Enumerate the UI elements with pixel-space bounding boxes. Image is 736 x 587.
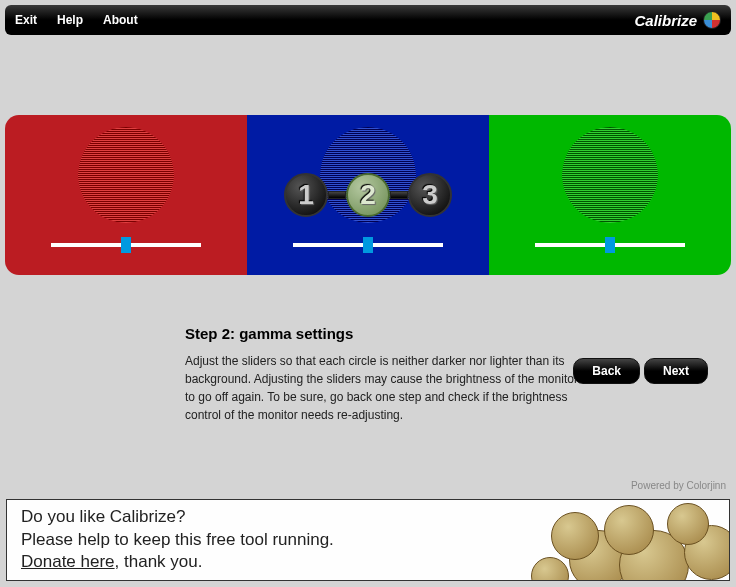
step-heading: Step 2: gamma settings bbox=[185, 325, 585, 342]
step-indicator: 1 2 3 bbox=[284, 173, 452, 217]
main-area: 1 2 3 Back Ne bbox=[0, 115, 736, 424]
footer-line2: Please help to keep this free tool runni… bbox=[21, 529, 334, 552]
step-connector bbox=[328, 191, 346, 199]
powered-by-label: Powered by Colorjinn bbox=[631, 480, 726, 491]
nav-buttons: Back Next bbox=[573, 358, 708, 384]
step-bubble-1[interactable]: 1 bbox=[284, 173, 328, 217]
coins-image bbox=[489, 499, 730, 581]
menu-help[interactable]: Help bbox=[57, 13, 83, 27]
gamma-panel-red bbox=[5, 115, 247, 275]
gamma-slider-green[interactable] bbox=[535, 237, 685, 253]
instructions: Step 2: gamma settings Adjust the slider… bbox=[185, 325, 585, 424]
calibrize-logo-icon bbox=[703, 11, 721, 29]
gamma-slider-red[interactable] bbox=[51, 237, 201, 253]
slider-thumb[interactable] bbox=[363, 237, 373, 253]
menu-exit[interactable]: Exit bbox=[15, 13, 37, 27]
footer-line1: Do you like Calibrize? bbox=[21, 506, 334, 529]
step-connector bbox=[390, 191, 408, 199]
menu-right: Calibrize bbox=[634, 11, 721, 29]
menu-left: Exit Help About bbox=[15, 13, 138, 27]
donate-link[interactable]: Donate here bbox=[21, 552, 115, 571]
gamma-panel-green bbox=[489, 115, 731, 275]
step-bubble-3[interactable]: 3 bbox=[408, 173, 452, 217]
next-button[interactable]: Next bbox=[644, 358, 708, 384]
footer-thanks: , thank you. bbox=[115, 552, 203, 571]
top-menu-bar: Exit Help About Calibrize bbox=[5, 5, 731, 35]
slider-thumb[interactable] bbox=[121, 237, 131, 253]
gamma-circle-red bbox=[78, 127, 174, 223]
brand-label: Calibrize bbox=[634, 12, 697, 29]
back-button[interactable]: Back bbox=[573, 358, 640, 384]
gamma-slider-blue[interactable] bbox=[293, 237, 443, 253]
gamma-circle-green bbox=[562, 127, 658, 223]
footer-line3: Donate here, thank you. bbox=[21, 551, 334, 574]
menu-about[interactable]: About bbox=[103, 13, 138, 27]
step-bubble-2[interactable]: 2 bbox=[346, 173, 390, 217]
step-body: Adjust the sliders so that each circle i… bbox=[185, 352, 585, 424]
slider-thumb[interactable] bbox=[605, 237, 615, 253]
footer-text: Do you like Calibrize? Please help to ke… bbox=[21, 506, 334, 575]
footer-banner: Do you like Calibrize? Please help to ke… bbox=[6, 499, 730, 581]
